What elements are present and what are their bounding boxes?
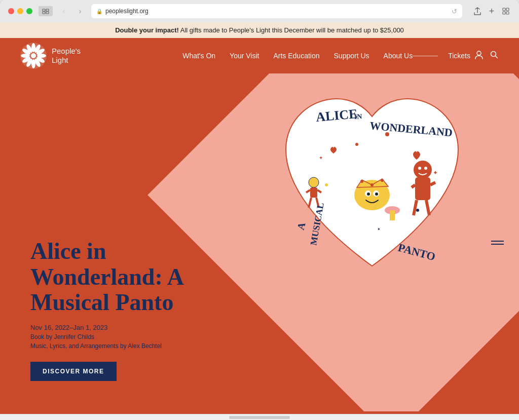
nav-icons — [474, 50, 499, 61]
svg-rect-2 — [43, 12, 45, 14]
website-container: Double your impact! All gifts made to Pe… — [0, 22, 519, 414]
hero-content: Alice in Wonderland: A Musical Panto Nov… — [30, 239, 193, 381]
scroll-line-2 — [491, 244, 504, 245]
nav-your-visit[interactable]: Your Visit — [230, 52, 259, 60]
svg-point-32 — [370, 183, 374, 186]
close-button[interactable] — [8, 8, 14, 14]
scrollbar-thumb[interactable] — [229, 416, 290, 419]
hero-title: Alice in Wonderland: A Musical Panto — [30, 239, 193, 316]
announcement-message: All gifts made to People's Light this De… — [179, 26, 404, 34]
svg-rect-35 — [415, 177, 430, 200]
svg-text:✦: ✦ — [433, 169, 438, 176]
address-bar[interactable]: 🔒 peopleslight.org ↺ — [91, 4, 462, 18]
svg-point-29 — [367, 193, 370, 196]
search-icon[interactable] — [490, 50, 499, 61]
new-tab-button[interactable]: + — [487, 6, 497, 16]
svg-point-41 — [424, 167, 427, 170]
nav-divider — [413, 56, 438, 56]
svg-point-34 — [414, 161, 432, 179]
tabs-button[interactable] — [501, 6, 511, 16]
hero-artwork: ALICE IN WONDERLAND A MUSICAL PANTO — [276, 84, 468, 296]
svg-rect-0 — [43, 9, 45, 11]
minimize-button[interactable] — [17, 8, 23, 14]
window-controls — [8, 8, 32, 14]
svg-point-31 — [360, 180, 363, 183]
svg-point-56 — [325, 183, 328, 186]
svg-rect-6 — [503, 12, 505, 14]
svg-text:✦: ✦ — [319, 155, 323, 161]
svg-point-54 — [355, 143, 358, 146]
svg-point-42 — [309, 177, 319, 187]
back-button[interactable]: ‹ — [59, 6, 69, 16]
nav-about-us[interactable]: About Us — [384, 52, 413, 60]
forward-button[interactable]: › — [75, 6, 85, 16]
logo-flower-icon — [20, 43, 47, 69]
url-text: peopleslight.org — [105, 8, 149, 15]
nav-whats-on[interactable]: What's On — [182, 52, 215, 60]
maximize-button[interactable] — [26, 8, 32, 14]
svg-rect-3 — [46, 12, 49, 14]
svg-point-22 — [477, 51, 481, 55]
hero-section: Alice in Wonderland: A Musical Panto Nov… — [0, 73, 519, 411]
svg-point-21 — [31, 53, 36, 58]
discover-more-button[interactable]: DISCOVER MORE — [30, 362, 117, 381]
svg-rect-43 — [310, 187, 317, 198]
svg-point-55 — [385, 132, 389, 136]
scroll-indicator — [491, 241, 504, 245]
user-icon[interactable] — [474, 50, 484, 61]
main-nav: People's Light What's On Your Visit Arts… — [0, 38, 519, 73]
tab-switcher-button[interactable] — [39, 6, 53, 16]
hero-date: Nov 16, 2022–Jan 1, 2023 — [30, 324, 193, 331]
announcement-bold: Double your impact! — [115, 26, 179, 34]
hero-music-credit: Music, Lyrics, and Arrangements by Alex … — [30, 342, 193, 350]
security-icon: 🔒 — [96, 9, 102, 14]
svg-rect-5 — [506, 8, 509, 11]
alice-heart-illustration: ALICE IN WONDERLAND A MUSICAL PANTO — [276, 84, 468, 296]
svg-rect-4 — [503, 8, 505, 11]
svg-text:A: A — [295, 221, 308, 231]
browser-titlebar: ‹ › 🔒 peopleslight.org ↺ + — [0, 0, 519, 22]
hero-book-credit: Book by Jennifer Childs — [30, 333, 193, 340]
nav-logo[interactable]: People's Light — [20, 43, 81, 69]
nav-support-us[interactable]: Support Us — [334, 52, 369, 60]
nav-tickets[interactable]: Tickets — [448, 52, 470, 60]
scrollbar-area — [0, 414, 519, 420]
svg-text:IN: IN — [354, 112, 362, 121]
nav-arts-education[interactable]: Arts Education — [273, 52, 319, 60]
svg-text:✦: ✦ — [377, 227, 381, 232]
svg-point-40 — [418, 167, 421, 170]
nav-links: What's On Your Visit Arts Education Supp… — [182, 51, 413, 60]
logo-text: People's Light — [52, 47, 81, 65]
scroll-line-1 — [491, 241, 504, 242]
share-button[interactable] — [472, 6, 483, 16]
svg-point-30 — [375, 193, 378, 196]
svg-rect-1 — [46, 9, 49, 11]
svg-point-33 — [381, 179, 384, 182]
svg-line-36 — [412, 185, 415, 187]
svg-text:PANTO: PANTO — [397, 241, 437, 263]
svg-rect-7 — [506, 12, 509, 14]
svg-rect-59 — [390, 210, 395, 220]
reload-icon[interactable]: ↺ — [452, 8, 457, 15]
browser-window: ‹ › 🔒 peopleslight.org ↺ + — [0, 0, 519, 420]
announcement-banner: Double your impact! All gifts made to Pe… — [0, 22, 519, 38]
browser-actions: + — [472, 6, 511, 16]
svg-point-57 — [416, 209, 419, 212]
